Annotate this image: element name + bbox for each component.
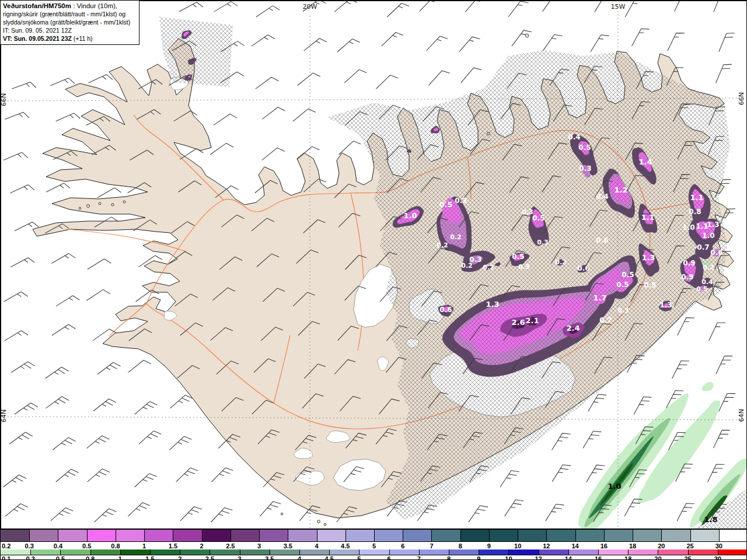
colorbar-tick-label: 20 <box>658 542 665 550</box>
colorbar-cell <box>144 530 173 541</box>
colorbar-tick-label: 10 <box>505 555 512 560</box>
svg-text:0.9: 0.9 <box>683 259 695 267</box>
svg-text:0.2: 0.2 <box>703 264 714 271</box>
colorbar-sleet-snow-labels: 0.20.30.40.50.811.522.533.544.5567891012… <box>1 542 747 550</box>
colorbar-cell <box>688 550 718 555</box>
colorbar-tick-label: 3 <box>238 555 242 560</box>
colorbar-tick-label: 25 <box>686 542 693 550</box>
svg-text:1.3: 1.3 <box>707 220 719 229</box>
colorbar-cell <box>317 530 345 541</box>
svg-text:1.0: 1.0 <box>682 223 694 232</box>
colorbar-tick-label: 1.5 <box>169 542 177 550</box>
colorbar-tick-label: 9 <box>477 555 480 560</box>
colorbar-cell <box>288 530 316 541</box>
colorbar-tick-label: 2 <box>178 555 181 560</box>
svg-text:1.3: 1.3 <box>641 253 655 262</box>
svg-text:15W: 15W <box>611 3 626 10</box>
legend-init-time: IT: Sun. 09. 05. 2021 12Z <box>3 26 137 34</box>
colorbar-cell <box>604 530 633 541</box>
colorbar-cell <box>374 530 403 541</box>
colorbar-cell <box>403 530 431 541</box>
svg-text:0.5: 0.5 <box>532 214 544 222</box>
svg-text:0.7: 0.7 <box>599 316 612 324</box>
colorbar-tick-label: 3.5 <box>265 555 274 560</box>
colorbar-cell <box>299 550 329 555</box>
svg-text:64N: 64N <box>1 410 8 422</box>
colorbar-tick-label: 0.2 <box>2 542 11 550</box>
svg-text:0.2: 0.2 <box>437 242 448 249</box>
colorbar-tick-label: 20 <box>654 555 661 560</box>
colorbar-tick-label: 0.3 <box>26 555 35 560</box>
svg-text:66N: 66N <box>738 92 745 105</box>
legend-valid-time: VT: Sun. 09.05.2021 23Z (+11 h) <box>3 34 137 43</box>
colorbar-tick-label: 1.5 <box>145 555 154 560</box>
svg-text:0.6: 0.6 <box>577 264 589 272</box>
weather-map-page: 0.20.20.20.30.21.00.50.30.30.50.30.50.30… <box>0 0 747 560</box>
colorbar-tick-label: 16 <box>595 555 602 560</box>
colorbar-tick-label: 2 <box>200 542 204 550</box>
colorbar-cell <box>690 530 719 541</box>
svg-text:20W: 20W <box>303 3 317 10</box>
colorbar-cell <box>359 550 389 555</box>
legend-box: Veðurstofan/HM750m : Vindur (10m), rigni… <box>1 1 139 45</box>
colorbar-cell <box>87 530 116 541</box>
colorbar-tick-label: 8 <box>447 555 451 560</box>
colorbar-cell <box>210 550 239 555</box>
colorbar-cell <box>150 550 180 555</box>
colorbar-cell <box>30 550 60 555</box>
colorbar-cell <box>489 530 518 541</box>
legend-title: Veðurstofan/HM750m : Vindur (10m), <box>3 2 137 10</box>
colorbar-tick-label: 0.3 <box>25 542 34 550</box>
colorbar-tick-label: 7 <box>430 542 433 550</box>
colorbar-tick-label: 0.1 <box>2 555 11 560</box>
svg-text:0.3: 0.3 <box>469 256 481 264</box>
colorbar-panel: 0.20.30.40.50.811.522.533.544.5567891012… <box>1 529 747 560</box>
svg-text:1.0: 1.0 <box>608 482 621 491</box>
colorbar-tick-label: 10 <box>514 542 521 550</box>
legend-line-sleet: slydda/snjókoma (grátt/bleikt/grænt - mm… <box>3 18 137 26</box>
svg-text:0.2: 0.2 <box>555 258 567 266</box>
colorbar-tick-label: 7 <box>417 555 421 560</box>
svg-text:2.4: 2.4 <box>566 324 580 332</box>
svg-text:1.3: 1.3 <box>659 301 672 309</box>
colorbar-cell <box>202 530 231 541</box>
svg-text:0.5: 0.5 <box>616 281 629 289</box>
colorbar-cell <box>389 550 419 555</box>
svg-text:0.5: 0.5 <box>644 281 656 289</box>
colorbar-cell <box>661 530 690 541</box>
colorbar-cell <box>419 550 449 555</box>
svg-text:0.4: 0.4 <box>596 192 608 201</box>
svg-text:2.6: 2.6 <box>511 318 525 327</box>
colorbar-tick-label: 4.5 <box>341 542 350 550</box>
colorbar-cell <box>633 530 661 541</box>
colorbar-tick-label: 0.5 <box>56 555 65 560</box>
colorbar-cell <box>231 530 259 541</box>
svg-text:0.7: 0.7 <box>697 243 709 251</box>
svg-text:0.2: 0.2 <box>450 233 462 241</box>
svg-text:0.3: 0.3 <box>579 164 591 173</box>
colorbar-tick-label: 12 <box>535 555 542 560</box>
svg-text:0.6: 0.6 <box>710 249 722 257</box>
colorbar-cell <box>90 550 120 555</box>
svg-text:1.2: 1.2 <box>614 186 627 194</box>
colorbar-tick-label: 5 <box>372 542 376 550</box>
colorbar-tick-label: 2.5 <box>205 555 214 560</box>
colorbar-cell <box>120 550 150 555</box>
colorbar-cell <box>431 530 460 541</box>
colorbar-sleet-snow <box>1 530 747 542</box>
colorbar-cell <box>449 550 479 555</box>
colorbar-tick-label: 18 <box>624 555 631 560</box>
svg-text:1.0: 1.0 <box>403 211 417 220</box>
colorbar-cell <box>270 550 299 555</box>
colorbar-cell <box>60 550 90 555</box>
svg-text:0.5: 0.5 <box>439 200 452 209</box>
colorbar-tick-label: 2.5 <box>226 542 235 550</box>
colorbar-tick-label: 14 <box>565 555 572 560</box>
svg-text:0.5: 0.5 <box>512 253 524 261</box>
colorbar-cell <box>658 550 687 555</box>
colorbar-tick-label: 6 <box>388 555 391 560</box>
svg-text:1.0: 1.0 <box>702 232 714 240</box>
colorbar-cell <box>508 550 538 555</box>
colorbar-tick-label: 4 <box>315 542 318 550</box>
svg-text:0.8: 0.8 <box>689 208 701 216</box>
